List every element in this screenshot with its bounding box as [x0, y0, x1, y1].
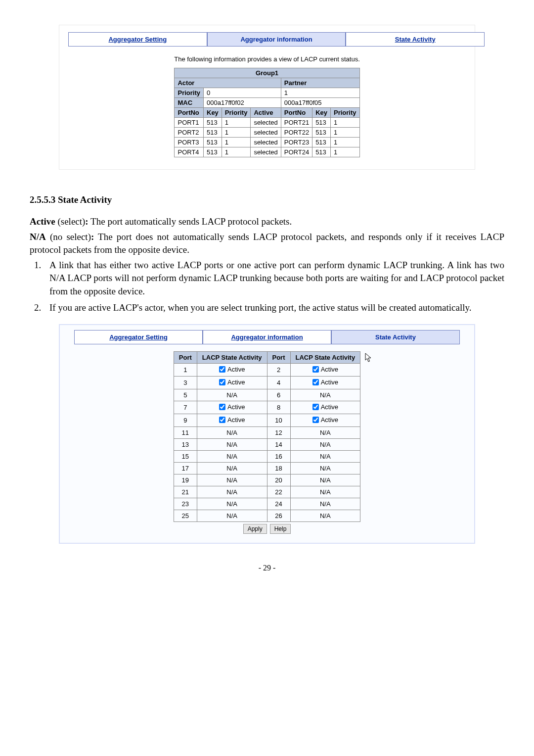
port-cell: 11	[174, 427, 197, 439]
table-cell: PORT23	[281, 138, 312, 147]
tabbar-1: Aggregator Setting Aggregator informatio…	[68, 32, 485, 47]
table-cell: PORT21	[281, 118, 312, 128]
active-label: Active	[227, 366, 245, 373]
help-button[interactable]: Help	[270, 524, 291, 534]
table-cell: 513	[204, 138, 222, 147]
activity-cell: N/A	[197, 510, 267, 522]
col-active-a: Active	[251, 108, 281, 118]
port-cell: 9	[174, 414, 197, 427]
col-key-p: Key	[312, 108, 331, 118]
table-cell: PORT4	[175, 147, 204, 157]
active-checkbox[interactable]	[219, 404, 225, 410]
actor-label: Actor	[175, 78, 281, 88]
table-cell: 1	[331, 147, 360, 157]
active-checkbox[interactable]	[312, 404, 319, 410]
table-cell: 1	[222, 138, 251, 147]
port-cell: 15	[174, 451, 197, 463]
col-port-2: Port	[267, 352, 290, 364]
active-checkbox[interactable]	[219, 366, 225, 373]
col-key-a: Key	[204, 108, 222, 118]
port-cell: 18	[267, 463, 290, 474]
tab-aggregator-setting-2[interactable]: Aggregator Setting	[74, 330, 203, 344]
col-priority-a: Priority	[222, 108, 251, 118]
tab-state-activity[interactable]: State Activity	[346, 32, 485, 47]
table-cell: 1	[331, 118, 360, 128]
port-cell: 19	[174, 474, 197, 486]
active-checkbox[interactable]	[219, 379, 225, 385]
port-cell: 25	[174, 510, 197, 522]
table-cell: 513	[312, 138, 331, 147]
table-cell: PORT22	[281, 128, 312, 138]
port-cell: 21	[174, 486, 197, 498]
activity-cell: N/A	[197, 389, 267, 401]
col-priority-p: Priority	[331, 108, 360, 118]
table-cell: PORT2	[175, 128, 204, 138]
table-cell: selected	[251, 138, 281, 147]
para-na: N/A (no select): The port does not autom…	[30, 231, 504, 257]
note-2: If you are active LACP's actor, when you…	[44, 301, 504, 315]
activity-cell: Active	[197, 414, 267, 427]
active-label: Active	[227, 378, 245, 386]
activity-cell: N/A	[197, 439, 267, 451]
port-cell: 5	[174, 389, 197, 401]
table-cell: 1	[331, 128, 360, 138]
activity-cell: N/A	[290, 498, 360, 510]
port-cell: 2	[267, 364, 290, 377]
activity-cell: N/A	[290, 486, 360, 498]
tab-aggregator-information[interactable]: Aggregator information	[207, 32, 346, 47]
table-cell: 513	[312, 118, 331, 128]
activity-cell: N/A	[197, 474, 267, 486]
table-cell: selected	[251, 128, 281, 138]
activity-cell: Active	[290, 414, 360, 427]
activity-cell: N/A	[290, 427, 360, 439]
activity-cell: N/A	[290, 389, 360, 401]
active-checkbox[interactable]	[312, 366, 319, 373]
port-cell: 17	[174, 463, 197, 474]
activity-cell: Active	[197, 401, 267, 414]
group-header: Group1	[175, 68, 359, 78]
col-lacp-2: LACP State Activity	[290, 352, 360, 364]
port-cell: 8	[267, 401, 290, 414]
port-cell: 7	[174, 401, 197, 414]
group1-table: Group1 Actor Partner Priority 0 1 MAC 00…	[174, 68, 359, 157]
para-na-suffix: (no select)	[46, 232, 91, 242]
col-port-1: Port	[174, 352, 197, 364]
activity-cell: N/A	[290, 474, 360, 486]
activity-cell: Active	[197, 377, 267, 389]
table-cell: PORT24	[281, 147, 312, 157]
para-active-text: The port automatically sends LACP protoc…	[89, 216, 292, 227]
col-lacp-1: LACP State Activity	[197, 352, 267, 364]
active-label: Active	[227, 403, 245, 411]
active-checkbox[interactable]	[312, 417, 319, 423]
page-number: - 29 -	[30, 564, 504, 572]
mac-partner: 000a17ff0f05	[281, 98, 359, 108]
col-portno-a: PortNo	[175, 108, 204, 118]
notes-list: A link that has either two active LACP p…	[30, 259, 504, 314]
port-cell: 1	[174, 364, 197, 377]
port-cell: 3	[174, 377, 197, 389]
port-cell: 4	[267, 377, 290, 389]
port-cell: 10	[267, 414, 290, 427]
active-checkbox[interactable]	[219, 417, 225, 423]
table-cell: 513	[312, 128, 331, 138]
tab-aggregator-setting[interactable]: Aggregator Setting	[68, 32, 207, 47]
port-cell: 13	[174, 439, 197, 451]
apply-button[interactable]: Apply	[243, 524, 267, 534]
port-cell: 26	[267, 510, 290, 522]
mac-actor: 000a17ff0f02	[204, 98, 281, 108]
para-active-label: Active	[30, 216, 55, 227]
active-label: Active	[227, 416, 245, 424]
partner-label: Partner	[281, 78, 359, 88]
table-cell: 1	[222, 128, 251, 138]
table-cell: 1	[222, 147, 251, 157]
tab-state-activity-2[interactable]: State Activity	[331, 330, 460, 344]
port-cell: 22	[267, 486, 290, 498]
activity-cell: N/A	[197, 498, 267, 510]
activity-cell: Active	[290, 377, 360, 389]
tab-aggregator-information-2[interactable]: Aggregator information	[203, 330, 331, 344]
para-na-label: N/A	[30, 232, 46, 242]
table-cell: 513	[204, 147, 222, 157]
active-checkbox[interactable]	[312, 379, 319, 385]
table-cell: selected	[251, 147, 281, 157]
port-cell: 14	[267, 439, 290, 451]
